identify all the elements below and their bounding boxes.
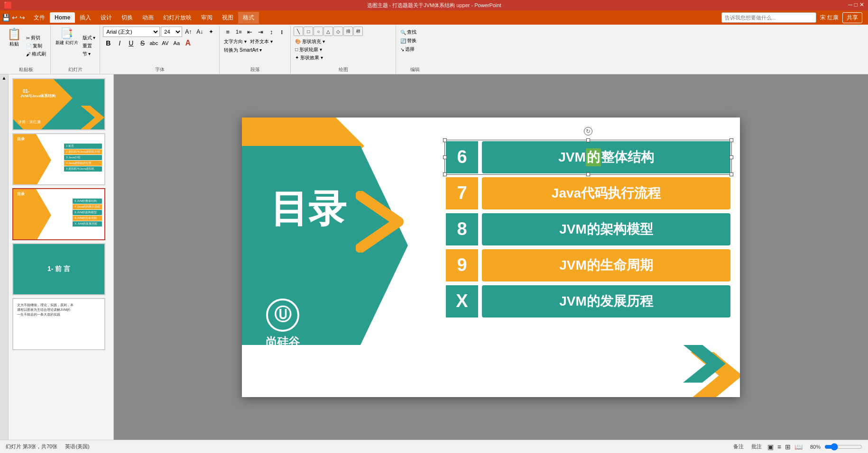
rotate-handle[interactable]: ↻	[584, 127, 592, 136]
share-button[interactable]: 共享	[842, 12, 862, 23]
slide-thumb-4[interactable]: 4 1- 前 言	[12, 243, 110, 295]
find-btn[interactable]: 🔍 查找	[399, 28, 431, 36]
canvas-area: 目录 Ⓤ 尚硅谷	[114, 74, 868, 440]
maximize-btn[interactable]: □	[854, 1, 858, 8]
char-spacing-btn[interactable]: AV	[160, 38, 170, 48]
toc-label-6[interactable]: JVM的整体结构	[482, 141, 730, 173]
bold-btn[interactable]: B	[103, 38, 113, 48]
tab-插入[interactable]: 插入	[75, 12, 96, 24]
decrease-font-btn[interactable]: A↓	[194, 27, 205, 37]
text-direction-btn[interactable]: 文字方向 ▾	[222, 38, 248, 45]
layout-button[interactable]: 版式 ▾	[81, 34, 97, 42]
convert-smartart-btn[interactable]: 转换为 SmartArt ▾	[222, 46, 263, 54]
toc-label-7[interactable]: Java代码执行流程	[482, 177, 730, 209]
copy-button[interactable]: 📄 复制	[25, 42, 47, 50]
quick-access-toolbar: 💾 ↩ ↪	[2, 14, 25, 21]
logo-icon: Ⓤ	[266, 299, 299, 332]
shape-effect-btn[interactable]: ✦ 形状效果 ▾	[294, 54, 393, 62]
new-slide-button[interactable]: 📑 新建 幻灯片	[54, 27, 80, 65]
columns-btn[interactable]: ⫿	[277, 27, 287, 37]
font-color-btn[interactable]: A	[183, 38, 193, 48]
redo-icon[interactable]: ↪	[19, 14, 25, 21]
tab-动画[interactable]: 动画	[138, 12, 158, 24]
font-family-select[interactable]: Arial (正文)	[103, 27, 160, 37]
toc-row-8[interactable]: 8 JVM的架构模型	[446, 213, 730, 245]
comments-btn[interactable]: 批注	[749, 442, 764, 451]
shape-4[interactable]: △	[323, 27, 333, 36]
align-text-btn[interactable]: 对齐文本 ▾	[249, 38, 274, 45]
font-size-select[interactable]: 24	[161, 27, 182, 37]
slide-canvas[interactable]: 目录 Ⓤ 尚硅谷	[242, 118, 740, 397]
shape-5[interactable]: ◇	[333, 27, 343, 36]
close-btn[interactable]: ✕	[859, 1, 864, 8]
font-group: Arial (正文) 24 A↑ A↓ ✦ B I U S abc AV Aa …	[100, 26, 220, 74]
paste-button[interactable]: 📋 粘贴	[5, 27, 24, 65]
toc-label-9[interactable]: JVM的生命周期	[482, 249, 730, 281]
scroll-up[interactable]: ▲	[2, 75, 7, 81]
cut-button[interactable]: ✂ 剪切	[25, 34, 47, 42]
decrease-indent-btn[interactable]: ⇤	[244, 27, 255, 37]
zoom-slider[interactable]	[824, 444, 862, 450]
section-button[interactable]: 节 ▾	[81, 50, 97, 58]
format-paint-button[interactable]: 🖌 格式刷	[25, 50, 47, 58]
quick-styles-btn[interactable]: 样	[353, 27, 363, 36]
toc-row-9[interactable]: 9 JVM的生命周期	[446, 249, 730, 281]
clear-format-btn[interactable]: ✦	[206, 27, 216, 37]
shape-3[interactable]: ○	[314, 27, 323, 36]
shadow-btn[interactable]: abc	[148, 38, 159, 48]
minimize-btn[interactable]: ─	[848, 1, 852, 8]
strikethrough-btn[interactable]: S	[137, 38, 148, 48]
slide-thumb-2[interactable]: 2 目录 1 前言 2 虚拟机与Java虚拟机介绍 3 Java介绍 4 Jav…	[12, 133, 110, 185]
slide-thumb-1[interactable]: 1 01- JVM与Java体系结构 讲师：宋红康	[12, 78, 110, 130]
undo-icon[interactable]: ↩	[12, 14, 18, 21]
arrange-btn[interactable]: 排	[343, 27, 353, 36]
reset-button[interactable]: 重置	[81, 42, 97, 50]
numbering-btn[interactable]: 1≡	[233, 27, 244, 37]
shape-fill-btn[interactable]: 🎨 形状填充 ▾	[294, 38, 393, 45]
tab-审阅[interactable]: 审阅	[196, 12, 217, 24]
zoom-level: 80%	[810, 444, 821, 450]
select-btn[interactable]: ↘ 选择	[399, 45, 431, 53]
view-outline-btn[interactable]: ≡	[777, 443, 781, 451]
toc-label-x[interactable]: JVM的发展历程	[482, 285, 730, 317]
tab-视图[interactable]: 视图	[217, 12, 238, 24]
bullets-btn[interactable]: ≡	[222, 27, 233, 37]
shape-1[interactable]: ╲	[294, 27, 303, 36]
app-title: 选图主题 - 打选题题关于JVM体系结构 upper - PowerPoint	[367, 2, 501, 9]
underline-btn[interactable]: U	[126, 38, 136, 48]
tab-home[interactable]: Home	[50, 12, 75, 23]
toc-label-8[interactable]: JVM的架构模型	[482, 213, 730, 245]
save-icon[interactable]: 💾	[2, 14, 10, 21]
case-btn[interactable]: Aa	[171, 38, 182, 48]
notes-btn[interactable]: 备注	[731, 442, 746, 451]
toc-row-x[interactable]: X JVM的发展历程	[446, 285, 730, 317]
logo-area: Ⓤ 尚硅谷	[266, 299, 300, 350]
slide-title-目录: 目录	[270, 184, 346, 235]
search-input[interactable]	[721, 12, 816, 23]
tab-文件[interactable]: 文件	[29, 12, 50, 24]
shape-2[interactable]: □	[304, 27, 313, 36]
toc-num-9: 9	[446, 249, 478, 281]
paragraph-group: ≡ 1≡ ⇤ ⇥ ↕ ⫿ 文字方向 ▾ 对齐文本 ▾ 转换为 SmartArt …	[220, 26, 291, 74]
tab-设计[interactable]: 设计	[96, 12, 117, 24]
slide-thumb-3[interactable]: 3 目录 6 JVM的整体结构 7 Java代码执行流程 8 JVM的架构模型 …	[12, 188, 110, 240]
toc-num-x: X	[446, 285, 478, 317]
slide-thumb-5[interactable]: 5 文大不能继续，理论，实践，原则，本 课程以图表为主结合理论讲解JVM的 一生…	[12, 298, 110, 350]
italic-btn[interactable]: I	[114, 38, 125, 48]
view-reading-btn[interactable]: 📖	[794, 443, 803, 451]
replace-btn[interactable]: 🔄 替换	[399, 37, 431, 45]
language-info: 英语(美国)	[65, 443, 89, 450]
shape-outline-btn[interactable]: □ 形状轮廓 ▾	[294, 46, 393, 54]
view-normal-btn[interactable]: ▣	[767, 443, 774, 451]
tab-格式[interactable]: 格式	[238, 12, 259, 24]
toc-container: ↻ 6 JVM的整体结构 7 Java代码执行流程 8 JVM的架构模	[446, 141, 730, 317]
toc-row-6[interactable]: ↻ 6 JVM的整体结构	[446, 141, 730, 173]
toc-row-7[interactable]: 7 Java代码执行流程	[446, 177, 730, 209]
ribbon-content: 📋 粘贴 ✂ 剪切 📄 复制 🖌 格式刷 粘贴板 📑 新建 幻灯片 版式 ▾ 重…	[0, 25, 868, 74]
increase-indent-btn[interactable]: ⇥	[255, 27, 266, 37]
tab-切换[interactable]: 切换	[117, 12, 138, 24]
increase-font-btn[interactable]: A↑	[183, 27, 194, 37]
tab-幻灯片放映[interactable]: 幻灯片放映	[158, 12, 196, 24]
line-spacing-btn[interactable]: ↕	[266, 27, 277, 37]
view-sorter-btn[interactable]: ⊞	[785, 443, 791, 451]
